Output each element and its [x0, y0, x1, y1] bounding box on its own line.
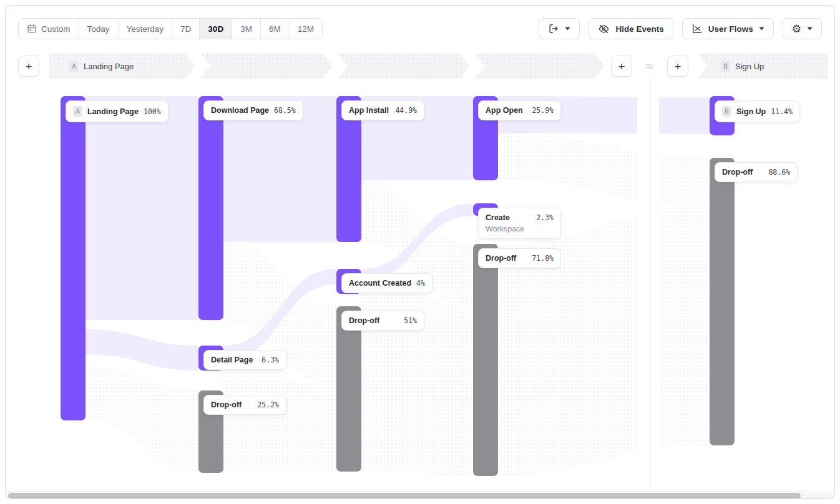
node-percent: 44.9%	[395, 106, 417, 115]
node-card-landing[interactable]: ALanding Page100%	[66, 100, 168, 122]
add-step-start-button[interactable]: +	[18, 56, 39, 77]
node-card-signup[interactable]: BSign Up11.4%	[715, 100, 800, 122]
date-range-label: 30D	[208, 24, 223, 34]
node-card-open[interactable]: App Open25.9%	[478, 100, 561, 120]
node-card-account[interactable]: Account Created4%	[341, 273, 432, 293]
view-mode-label: User Flows	[708, 24, 753, 34]
bottom-border	[6, 491, 834, 492]
node-card-install[interactable]: App Install44.9%	[341, 100, 424, 120]
user-flows-panel: CustomTodayYesterday7D30D3M6M12M Hide Ev…	[5, 5, 835, 499]
date-range-3m[interactable]: 3M	[232, 19, 260, 39]
date-range-control: CustomTodayYesterday7D30D3M6M12M	[18, 18, 323, 39]
date-range-30d[interactable]: 30D	[199, 19, 232, 39]
node-label: Landing Page	[87, 107, 139, 116]
node-card-dropoff-3[interactable]: Drop-off51%	[341, 311, 424, 331]
step-badge-b: B	[722, 106, 731, 117]
toolbar: CustomTodayYesterday7D30D3M6M12M Hide Ev…	[18, 18, 822, 39]
chevron-down-icon	[565, 27, 570, 31]
node-card-row: BSign Up11.4%	[722, 106, 793, 117]
flow-landing-to-detail	[85, 329, 198, 371]
flow-chart-icon	[691, 23, 703, 34]
node-label: Detail Page	[211, 356, 253, 364]
add-step-end-button[interactable]: +	[611, 56, 632, 77]
node-card-create[interactable]: Create2.3%Workspace	[478, 208, 561, 239]
step-badge-b: B	[721, 61, 730, 72]
node-bar-dropoff-4[interactable]	[473, 244, 498, 476]
node-percent: 6.3%	[261, 356, 279, 364]
date-range-6m[interactable]: 6M	[260, 19, 289, 39]
node-card-row: App Install44.9%	[349, 106, 417, 115]
node-card-dropoff-5[interactable]: Drop-off88.6%	[715, 162, 798, 182]
node-label: App Open	[486, 106, 523, 115]
settings-button[interactable]: ⚙	[783, 18, 822, 39]
node-percent: 25.9%	[532, 106, 554, 115]
step-a-header: A Landing Page	[69, 54, 134, 79]
node-label: Sign Up	[736, 107, 766, 116]
date-range-label: Today	[87, 24, 110, 34]
node-card-row: Account Created4%	[349, 279, 425, 288]
step-b-header: B Sign Up	[721, 54, 764, 79]
node-label: Drop-off	[211, 400, 242, 409]
node-label-secondary: Workspace	[486, 225, 554, 233]
date-range-label: Custom	[41, 24, 71, 34]
approx-divider-symbol: ≈	[642, 54, 658, 79]
date-range-label: 7D	[180, 24, 191, 34]
sankey-chart	[6, 6, 835, 498]
date-range-today[interactable]: Today	[79, 19, 118, 39]
date-range-label: Yesterday	[127, 24, 164, 34]
node-card-row: App Open25.9%	[486, 106, 554, 115]
node-percent: 88.6%	[768, 168, 790, 177]
node-percent: 11.4%	[771, 107, 793, 116]
node-bar-dropoff-5[interactable]	[710, 158, 735, 445]
date-range-custom[interactable]: Custom	[19, 19, 79, 39]
node-card-row: Create2.3%	[486, 213, 554, 222]
date-range-7d[interactable]: 7D	[172, 19, 199, 39]
chevron-down-icon	[759, 27, 764, 31]
horizontal-scrollbar[interactable]	[7, 493, 833, 499]
export-icon	[548, 23, 559, 34]
flow-dropoff-open-to-dropoff-5	[498, 133, 710, 206]
node-card-download[interactable]: Download Page68.5%	[203, 100, 303, 120]
view-mode-button[interactable]: User Flows	[682, 18, 774, 39]
node-label: Create	[486, 213, 510, 222]
node-card-row: Drop-off51%	[349, 316, 417, 325]
calendar-icon	[27, 24, 37, 34]
section-gap	[637, 79, 659, 491]
date-range-label: 3M	[240, 24, 252, 34]
step-b-label: Sign Up	[735, 62, 764, 71]
node-card-detail[interactable]: Detail Page6.3%	[203, 350, 286, 370]
node-percent: 100%	[144, 107, 161, 116]
node-label: Download Page	[211, 106, 269, 115]
node-label: Drop-off	[349, 316, 379, 325]
node-card-dropoff-4[interactable]: Drop-off71.8%	[478, 248, 561, 268]
step-a-label: Landing Page	[84, 62, 134, 71]
node-percent: 71.8%	[532, 254, 554, 263]
scrollbar-thumb[interactable]	[8, 493, 801, 499]
node-label: App Install	[349, 106, 389, 115]
node-card-row: Drop-off88.6%	[722, 168, 790, 177]
flow-dropoff-landing-to-dropoff-2	[85, 366, 198, 473]
hide-events-button[interactable]: Hide Events	[588, 18, 673, 39]
node-card-dropoff-2[interactable]: Drop-off25.2%	[203, 395, 286, 415]
node-percent: 2.3%	[536, 213, 554, 222]
node-card-row: ALanding Page100%	[73, 106, 161, 117]
node-bar-dropoff-3[interactable]	[336, 306, 361, 472]
section-divider	[650, 54, 650, 491]
chevron-down-icon	[807, 27, 813, 31]
node-label: Drop-off	[486, 254, 516, 263]
hide-events-label: Hide Events	[615, 24, 663, 34]
node-bar-landing[interactable]	[61, 96, 85, 420]
step-badge-a: A	[69, 61, 79, 72]
toolbar-actions: Hide Events User Flows ⚙	[539, 18, 822, 39]
node-percent: 4%	[416, 279, 425, 288]
node-card-row: Detail Page6.3%	[211, 356, 279, 364]
flow-landing-to-download	[85, 96, 198, 320]
node-label: Account Created	[349, 279, 411, 288]
add-step-before-b-button[interactable]: +	[667, 56, 688, 77]
date-range-12m[interactable]: 12M	[289, 19, 322, 39]
gear-icon: ⚙	[792, 24, 801, 34]
date-range-yesterday[interactable]: Yesterday	[118, 19, 172, 39]
export-button[interactable]	[539, 18, 580, 39]
node-bar-download[interactable]	[198, 96, 223, 320]
node-card-row: Drop-off71.8%	[486, 254, 554, 263]
